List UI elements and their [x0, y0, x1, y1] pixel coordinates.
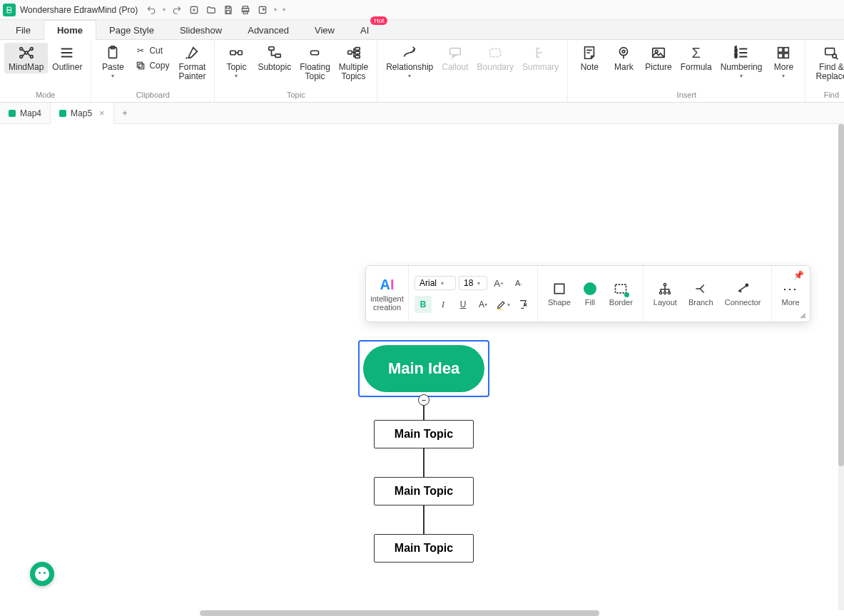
multiple-topics-icon: [345, 44, 362, 61]
menu-tab-advanced[interactable]: Advanced: [235, 21, 302, 39]
undo-dropdown[interactable]: ▾: [161, 2, 168, 18]
picture-button[interactable]: Picture: [641, 43, 676, 73]
save-button[interactable]: [220, 2, 236, 18]
paste-icon: [104, 44, 121, 61]
undo-button[interactable]: [143, 2, 159, 18]
svg-point-9: [30, 48, 33, 51]
layout-section: Layout Branch Connector: [644, 266, 772, 322]
export-button[interactable]: [255, 2, 270, 18]
mark-button[interactable]: Mark: [606, 43, 641, 73]
copy-button[interactable]: Copy: [133, 59, 171, 72]
export-dropdown[interactable]: ▾: [272, 2, 279, 18]
add-tab-button[interactable]: ＋: [114, 107, 136, 119]
topic-group-label: Topic: [287, 89, 305, 101]
fill-icon: [582, 281, 598, 297]
highlight-button[interactable]: ▾: [494, 296, 512, 313]
svg-rect-34: [778, 48, 783, 52]
connector-line: [423, 505, 424, 534]
svg-point-46: [746, 284, 748, 286]
formula-button[interactable]: ΣFormula: [676, 43, 716, 73]
mindmap-button[interactable]: MindMap: [4, 43, 48, 73]
ribbon-group-clipboard: Paste ▾ ✂Cut Copy Format Painter Clipboa…: [91, 40, 215, 102]
document-tabs: Map4 Map5× ＋: [0, 103, 844, 124]
ribbon-group-relate: Relationship ▾ Callout Boundary Summary: [377, 40, 568, 102]
svg-point-45: [668, 292, 671, 294]
topic-node[interactable]: Main Topic: [374, 420, 474, 448]
horizontal-scrollbar-thumb[interactable]: [200, 610, 599, 616]
resize-handle-icon[interactable]: ◢: [800, 311, 805, 319]
menu-tab-home[interactable]: Home: [44, 20, 96, 40]
find-group-label: Find: [824, 89, 839, 101]
scrollbar-thumb[interactable]: [838, 124, 844, 466]
menu-tab-slideshow[interactable]: Slideshow: [167, 21, 235, 39]
close-tab-icon[interactable]: ×: [99, 108, 105, 118]
print-button[interactable]: [238, 2, 253, 18]
cut-button[interactable]: ✂Cut: [133, 44, 171, 57]
find-replace-button[interactable]: Find & Replace: [810, 43, 844, 83]
qat-customize[interactable]: ▾: [280, 2, 288, 18]
relationship-button[interactable]: Relationship ▾: [382, 43, 437, 81]
svg-rect-35: [784, 48, 788, 52]
svg-rect-20: [311, 51, 319, 55]
bold-button[interactable]: B: [415, 296, 432, 313]
insert-more-button[interactable]: More▾: [766, 43, 800, 81]
topic-button[interactable]: Topic ▾: [219, 43, 253, 81]
shape-button[interactable]: Shape: [544, 279, 575, 308]
italic-button[interactable]: I: [434, 296, 452, 313]
mark-icon: [615, 44, 632, 61]
doc-tab-map4[interactable]: Map4: [0, 103, 51, 124]
pin-icon[interactable]: 📌: [793, 270, 804, 280]
numbering-button[interactable]: 123Numbering▾: [716, 43, 767, 81]
connector-button[interactable]: Connector: [721, 279, 766, 308]
underline-button[interactable]: U: [454, 296, 472, 313]
branch-button[interactable]: Branch: [684, 279, 718, 308]
svg-rect-23: [355, 51, 359, 54]
redo-button[interactable]: [169, 2, 185, 18]
ellipsis-icon: ···: [783, 281, 798, 297]
vertical-scrollbar[interactable]: [838, 124, 844, 610]
open-button[interactable]: [203, 2, 219, 18]
collapse-toggle[interactable]: −: [418, 394, 429, 406]
font-name-select[interactable]: Arial▾: [415, 276, 456, 290]
search-icon: [823, 44, 840, 61]
subtopic-button[interactable]: Subtopic: [253, 43, 295, 73]
menu-tab-ai[interactable]: AI Hot: [347, 21, 382, 39]
layout-button[interactable]: Layout: [649, 279, 681, 308]
callout-button: Callout: [437, 43, 472, 73]
multiple-topics-button[interactable]: Multiple Topics: [335, 43, 372, 83]
root-node[interactable]: Main Idea: [363, 345, 484, 392]
boundary-button: Boundary: [473, 43, 518, 73]
border-icon: [613, 281, 629, 297]
increase-font-button[interactable]: A+: [490, 274, 507, 292]
toolbar-more-button[interactable]: ···More: [778, 279, 804, 308]
font-color-button[interactable]: A▾: [474, 296, 492, 313]
title-bar: Wondershare EdrawMind (Pro) ▾ ▾ ▾: [0, 0, 844, 20]
new-button[interactable]: [186, 2, 202, 18]
doc-tab-map5[interactable]: Map5×: [51, 103, 114, 124]
fill-button[interactable]: Fill: [578, 279, 602, 308]
floating-topic-button[interactable]: Floating Topic: [295, 43, 335, 83]
boundary-icon: [487, 44, 504, 61]
outliner-button[interactable]: Outliner: [48, 43, 86, 73]
paste-button[interactable]: Paste ▾: [96, 43, 130, 81]
note-button[interactable]: Note: [572, 43, 606, 73]
ai-icon: AI: [380, 277, 394, 293]
svg-rect-36: [778, 53, 783, 58]
clear-format-button[interactable]: [514, 296, 532, 313]
decrease-font-button[interactable]: A-: [510, 274, 527, 292]
topic-node[interactable]: Main Topic: [374, 534, 474, 563]
ai-creation-button[interactable]: AI intelligent creation: [366, 266, 409, 322]
font-size-select[interactable]: 18▾: [459, 276, 487, 290]
menu-tab-ai-label: AI: [360, 25, 369, 36]
topic-node[interactable]: Main Topic: [374, 477, 474, 505]
assistant-fab[interactable]: [30, 562, 54, 586]
menu-tab-view[interactable]: View: [302, 21, 347, 39]
chevron-down-icon: ▾: [441, 280, 444, 287]
menu-tab-file[interactable]: File: [3, 21, 44, 39]
relationship-icon: [401, 44, 418, 61]
format-painter-button[interactable]: Format Painter: [174, 43, 210, 83]
border-button[interactable]: Border: [605, 279, 637, 308]
menu-tab-page-style[interactable]: Page Style: [96, 21, 167, 39]
chevron-down-icon: ▾: [484, 302, 487, 308]
svg-point-43: [660, 292, 662, 294]
